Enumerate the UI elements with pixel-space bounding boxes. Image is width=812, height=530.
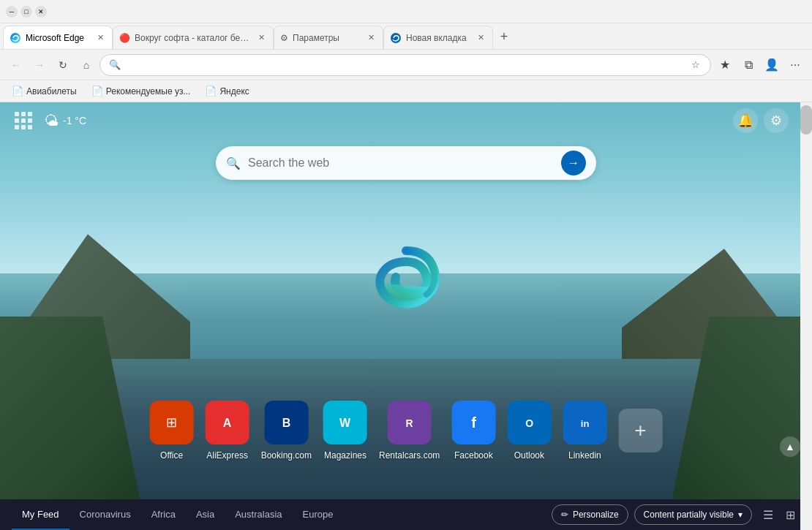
quick-link-facebook[interactable]: f Facebook: [451, 401, 495, 461]
close-button[interactable]: ✕: [35, 6, 47, 18]
nav-right-icons: ★ ⧉ 👤 ···: [714, 54, 806, 76]
quick-link-linkedin[interactable]: in Linkedin: [563, 401, 606, 461]
list-view-button[interactable]: ☰: [758, 504, 778, 525]
new-tab-button[interactable]: +: [493, 26, 515, 48]
menu-button[interactable]: ···: [784, 54, 806, 76]
address-bar[interactable]: 🔍 ☆: [99, 54, 711, 76]
notifications-button[interactable]: 🔔: [733, 108, 758, 133]
search-submit-button[interactable]: →: [561, 151, 586, 175]
add-site-button[interactable]: +: [618, 409, 662, 453]
svg-text:O: O: [525, 417, 533, 429]
tab-close-button[interactable]: ✕: [255, 32, 267, 44]
weather-widget[interactable]: 🌤 -1 °C: [44, 113, 86, 129]
quick-link-add[interactable]: +: [618, 409, 662, 453]
collapse-button[interactable]: ▲: [780, 436, 800, 457]
scrollbar-thumb[interactable]: [800, 105, 812, 135]
tab-label: Новая вкладка: [406, 33, 470, 43]
chevron-up-icon: ▲: [785, 441, 795, 453]
nav-item-europe[interactable]: Europe: [293, 499, 344, 530]
tab-microsoft-edge[interactable]: Microsoft Edge ✕: [3, 26, 113, 49]
refresh-button[interactable]: ↻: [53, 55, 73, 75]
nav-item-africa[interactable]: Africa: [141, 499, 186, 530]
magazines-label: Magazines: [324, 450, 366, 461]
quick-link-rentalcars[interactable]: R Rentalcars.com: [379, 401, 440, 461]
bookmark-label: Рекомендуемые уз...: [106, 86, 191, 96]
personalize-button[interactable]: ✏ Personalize: [552, 504, 628, 525]
profile-button[interactable]: 👤: [761, 54, 783, 76]
asia-label: Asia: [196, 509, 214, 520]
personalize-label: Personalize: [573, 510, 619, 520]
bookmark-aviabilety[interactable]: 📄 Авиабилеты: [6, 84, 83, 98]
edge-logo-center: [369, 243, 443, 317]
vokrug-favicon: 🔴: [119, 33, 130, 43]
window-controls: ─ □ ✕: [0, 6, 47, 18]
new-tab-right-controls: 🔔 ⚙: [733, 108, 789, 133]
office-icon-bg: ⊞: [150, 401, 194, 444]
tab-close-button[interactable]: ✕: [475, 32, 486, 44]
grid-icon: [15, 112, 32, 129]
quick-link-outlook[interactable]: O Outlook: [507, 401, 551, 461]
bookmark-yandex[interactable]: 📄 Яндекс: [199, 84, 255, 98]
aliexpress-icon-bg: A: [206, 401, 249, 444]
tab-label: Microsoft Edge: [26, 33, 90, 43]
tab-vokrug-softa[interactable]: 🔴 Вокруг софта - каталог бесп... ✕: [113, 26, 274, 49]
dot: [15, 125, 19, 129]
maximize-button[interactable]: □: [20, 6, 32, 18]
booking-icon-bg: B: [264, 401, 308, 444]
bookmarks-bar: 📄 Авиабилеты 📄 Рекомендуемые уз... 📄 Янд…: [0, 80, 812, 102]
scrollbar-track[interactable]: [800, 102, 812, 530]
nav-item-coronavirus[interactable]: Coronavirus: [69, 499, 141, 530]
search-input[interactable]: [248, 156, 554, 170]
tab-label: Вокруг софта - каталог бесп...: [135, 33, 251, 43]
apps-grid-button[interactable]: [12, 109, 35, 132]
collections-button[interactable]: ⧉: [737, 54, 759, 76]
svg-text:in: in: [581, 418, 590, 429]
address-input[interactable]: [127, 59, 684, 70]
bookmark-recommended[interactable]: 📄 Рекомендуемые уз...: [86, 84, 197, 98]
minimize-button[interactable]: ─: [6, 6, 18, 18]
quick-link-booking[interactable]: B Booking.com: [261, 401, 312, 461]
home-button[interactable]: ⌂: [76, 55, 97, 75]
favorites-button[interactable]: ★: [714, 54, 736, 76]
content-visible-button[interactable]: Content partially visible ▾: [634, 504, 752, 525]
navigation-bar: ← → ↻ ⌂ 🔍 ☆ ★ ⧉ 👤 ···: [0, 50, 812, 80]
nav-item-asia[interactable]: Asia: [186, 499, 225, 530]
tab-close-button[interactable]: ✕: [365, 32, 377, 44]
linkedin-label: Linkedin: [568, 450, 601, 461]
dot: [28, 125, 32, 129]
weather-temp: -1 °C: [63, 115, 86, 126]
new-tab-top-bar: 🌤 -1 °C 🔔 ⚙: [0, 102, 800, 139]
nav-item-myfeed[interactable]: My Feed: [12, 499, 69, 530]
grid-view-button[interactable]: ⊞: [780, 504, 800, 525]
search-prefix-icon: 🔍: [226, 156, 241, 170]
forward-button[interactable]: →: [29, 55, 50, 75]
bookmark-label: Яндекс: [219, 86, 249, 96]
bookmark-icon: 📄: [91, 86, 103, 96]
address-right-icons: ☆: [688, 58, 703, 72]
tab-close-button[interactable]: ✕: [94, 32, 106, 44]
svg-text:B: B: [282, 417, 291, 429]
title-bar: ─ □ ✕: [0, 0, 812, 23]
rentalcars-icon-svg: R: [398, 411, 421, 434]
search-box[interactable]: 🔍 →: [216, 146, 596, 180]
weather-icon: 🌤: [44, 113, 59, 129]
tab-new-tab[interactable]: Новая вкладка ✕: [383, 26, 493, 49]
back-button[interactable]: ←: [6, 55, 26, 75]
quick-link-magazines[interactable]: W Magazines: [323, 401, 367, 461]
quick-link-office[interactable]: ⊞ Office: [150, 401, 194, 461]
outlook-label: Outlook: [514, 450, 544, 461]
tab-settings[interactable]: ⚙ Параметры ✕: [274, 26, 383, 49]
coronavirus-label: Coronavirus: [80, 509, 131, 520]
nav-item-australasia[interactable]: Australasia: [225, 499, 292, 530]
facebook-icon-bg: f: [451, 401, 495, 444]
quick-link-aliexpress[interactable]: A AliExpress: [206, 401, 249, 461]
svg-point-0: [10, 33, 20, 43]
view-toggle: ☰ ⊞: [758, 504, 800, 525]
favorites-star-icon[interactable]: ☆: [688, 58, 703, 72]
tab-bar: Microsoft Edge ✕ 🔴 Вокруг софта - катало…: [0, 23, 812, 50]
settings-favicon: ⚙: [280, 33, 288, 43]
page-settings-button[interactable]: ⚙: [764, 108, 789, 133]
facebook-label: Facebook: [454, 450, 493, 461]
booking-label: Booking.com: [261, 450, 312, 461]
bookmark-icon: 📄: [205, 86, 217, 96]
